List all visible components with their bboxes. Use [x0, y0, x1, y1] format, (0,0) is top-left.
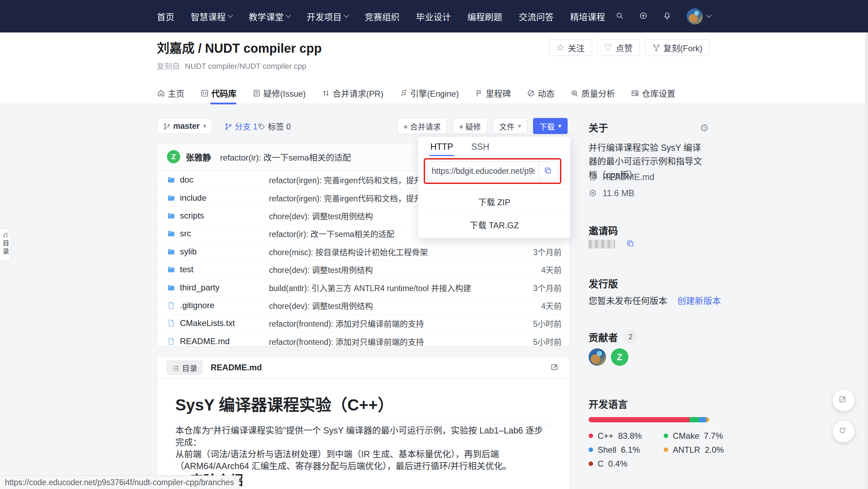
copy-url-button[interactable]	[539, 162, 557, 180]
file-row[interactable]: sylib chore(misc): 按目录结构设计初始化工程骨架 3个月前	[157, 243, 569, 260]
watch-button[interactable]: ☆关注	[549, 39, 592, 56]
tab-home[interactable]: 主页	[157, 85, 184, 104]
readme-paragraph-line2: 从前端（词法/语法分析与语法树处理）到中端（IR 生成、基本标量优化），再到后端…	[175, 449, 512, 471]
file-name[interactable]: CMakeLists.txt	[180, 318, 235, 328]
new-pr-button[interactable]: + 合并请求	[397, 118, 447, 134]
like-button[interactable]: ♡点赞	[597, 39, 640, 56]
file-row[interactable]: test chore(dev): 调整test用例结构 4天前	[157, 260, 569, 278]
releases-empty-row: 您暂未发布任何版本 创建新版本	[589, 294, 721, 306]
bell-icon[interactable]	[663, 12, 673, 21]
repo-header: 刘嘉成 / NUDT compiler cpp 复刻自 NUDT compile…	[0, 32, 868, 104]
toc-float-button[interactable]: 目录	[0, 229, 11, 261]
toc-button[interactable]: 目录	[167, 361, 202, 375]
tab-label: 里程碑	[486, 87, 511, 99]
file-date: 5小时前	[502, 335, 569, 347]
nav-item-coding-practice[interactable]: 编程刷题	[467, 10, 502, 23]
feedback-edit-fab[interactable]	[833, 390, 854, 411]
tags-count[interactable]: 标签 0	[257, 118, 291, 134]
new-issue-button[interactable]: + 疑修	[453, 118, 487, 134]
tab-quality[interactable]: 质量分析	[570, 85, 615, 104]
scrollbar[interactable]	[865, 32, 868, 489]
commit-message[interactable]: refactor(ir): 改一下sema相关的适配	[220, 151, 351, 163]
commit-author[interactable]: 张雅静	[186, 151, 211, 163]
file-name[interactable]: .gitignore	[180, 301, 214, 310]
file-row[interactable]: .gitignore chore(dev): 调整test用例结构 4天前	[157, 296, 569, 314]
nav-item-competitions[interactable]: 竞赛组织	[365, 10, 400, 23]
edit-readme-button[interactable]	[550, 363, 560, 372]
nav-item-qa[interactable]: 交流问答	[519, 10, 554, 23]
plus-circle-icon[interactable]	[639, 12, 649, 21]
branches-count[interactable]: 分支 1	[224, 118, 257, 134]
releases-empty-text: 您暂未发布任何版本	[589, 296, 667, 306]
search-icon[interactable]	[615, 12, 625, 21]
download-button[interactable]: 下载▾	[533, 118, 568, 134]
tab-issues[interactable]: 疑修(Issue)	[253, 85, 306, 104]
divider	[589, 383, 709, 383]
legend-item: C++83.8%	[589, 430, 664, 441]
file-name[interactable]: README.md	[180, 336, 230, 346]
file-commit-message[interactable]: chore(dev): 调整test用例结构	[269, 264, 502, 275]
tab-ssh[interactable]: SSH	[471, 142, 489, 156]
file-name[interactable]: test	[180, 265, 194, 274]
file-commit-message[interactable]: refactor(frontend): 添加对只编译前端的支持	[269, 317, 502, 329]
gear-icon[interactable]: ⚙	[700, 123, 709, 133]
language-bar-segment	[709, 417, 709, 422]
nav-item-teaching[interactable]: 教学课堂	[249, 10, 290, 23]
user-menu[interactable]	[687, 8, 711, 24]
file-name[interactable]: third_party	[180, 283, 219, 292]
file-menu-button[interactable]: 文件▾	[493, 118, 527, 134]
language-bar	[589, 417, 709, 422]
file-commit-message[interactable]: refactor(frontend): 添加对只编译前端的支持	[269, 335, 502, 347]
file-commit-message[interactable]: chore(misc): 按目录结构设计初始化工程骨架	[269, 246, 502, 258]
page-title: 刘嘉成 / NUDT compiler cpp	[157, 38, 322, 56]
contributor-avatar[interactable]	[589, 348, 606, 366]
download-zip-item[interactable]: 下载 ZIP	[418, 195, 570, 208]
file-row[interactable]: CMakeLists.txt refactor(frontend): 添加对只编…	[157, 314, 569, 332]
tab-milestones[interactable]: 里程碑	[475, 85, 511, 104]
file-row[interactable]: README.md refactor(frontend): 添加对只编译前端的支…	[157, 332, 569, 350]
tab-engine[interactable]: 引擎(Engine)	[400, 85, 459, 104]
tab-http[interactable]: HTTP	[430, 142, 453, 156]
file-name[interactable]: include	[180, 193, 206, 203]
chevron-down-icon	[286, 13, 291, 18]
file-commit-message[interactable]: build(antlr): 引入第三方 ANTLR4 runtime/tool …	[269, 282, 502, 294]
tab-activity[interactable]: 动态	[527, 85, 554, 104]
file-name[interactable]: sylib	[180, 247, 197, 257]
nav-item-premium-courses[interactable]: 精培课程	[570, 10, 605, 23]
fork-button[interactable]: 复刻(Fork)	[645, 39, 710, 56]
tab-pull-requests[interactable]: 合并请求(PR)	[322, 85, 383, 104]
copy-invite-code-button[interactable]	[626, 239, 636, 249]
tab-repo-settings[interactable]: 仓库设置	[631, 85, 675, 104]
share-refresh-fab[interactable]	[833, 421, 854, 442]
repo-actions: ☆关注 ♡点赞 复刻(Fork)	[549, 39, 710, 56]
file-commit-message[interactable]: chore(dev): 调整test用例结构	[269, 299, 502, 311]
nav-item-home[interactable]: 首页	[157, 10, 174, 23]
languages-title: 开发语言	[589, 397, 709, 411]
readme-link[interactable]: README.md	[589, 172, 655, 182]
nav-item-smart-courses[interactable]: 智慧课程	[191, 10, 232, 23]
repo-tabs: 主页 代码库 疑修(Issue) 合并请求(PR) 引擎(Engine) 里程碑…	[157, 85, 675, 104]
nav-icon-group	[615, 8, 711, 24]
avatar[interactable]	[687, 8, 703, 24]
file-name[interactable]: scripts	[180, 211, 204, 221]
create-release-link[interactable]: 创建新版本	[677, 296, 721, 306]
download-targz-item[interactable]: 下载 TAR.GZ	[418, 218, 570, 231]
nav-item-graduation[interactable]: 毕业设计	[416, 10, 451, 23]
folder-icon	[167, 247, 175, 256]
file-name[interactable]: doc	[180, 175, 194, 185]
contributor-avatar[interactable]: Z	[611, 348, 628, 366]
toc-float-label: 目录	[1, 240, 10, 256]
nav-item-dev-projects[interactable]: 开发项目	[307, 10, 348, 23]
legend-pct: 83.8%	[618, 431, 642, 441]
file-row[interactable]: third_party build(antlr): 引入第三方 ANTLR4 r…	[157, 278, 569, 296]
contributors-count-badge: 2	[623, 330, 637, 344]
file-name[interactable]: src	[180, 229, 191, 238]
tab-code[interactable]: 代码库	[200, 85, 236, 104]
branch-selector[interactable]: master ▾	[157, 118, 212, 134]
legend-name: CMake	[673, 431, 699, 441]
readme-filename[interactable]: README.md	[211, 363, 262, 372]
commit-author-avatar[interactable]: Z	[167, 150, 180, 163]
clone-url-input[interactable]	[428, 162, 539, 180]
forked-from-repo[interactable]: NUDT compiler/NUDT compiler cpp	[185, 62, 306, 71]
language-bar-segment	[690, 417, 699, 422]
